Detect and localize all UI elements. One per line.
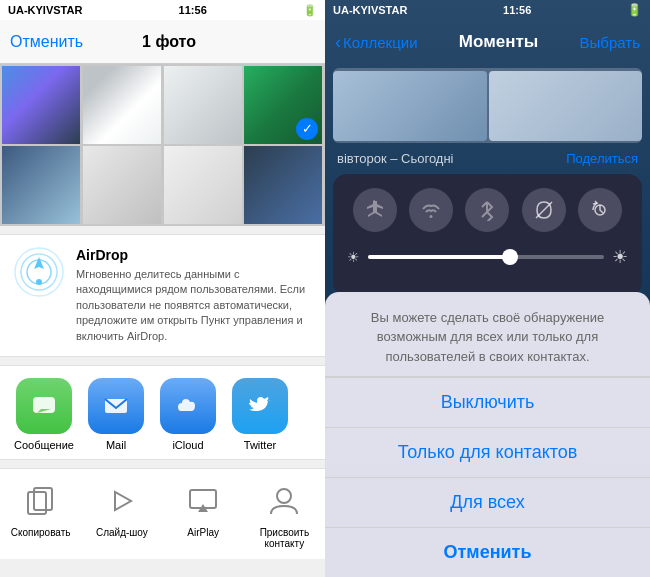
bluetooth-button[interactable]	[465, 188, 509, 232]
airdrop-icon	[14, 247, 64, 297]
svg-point-3	[36, 279, 42, 285]
icloud-label: iCloud	[172, 439, 203, 451]
date-text: вівторок – Сьогодні	[337, 151, 454, 166]
twitter-icon	[232, 378, 288, 434]
rotation-lock-button[interactable]	[578, 188, 622, 232]
share-app-icloud[interactable]: iCloud	[152, 378, 224, 451]
airdrop-section: AirDrop Мгновенно делитесь данными с нах…	[0, 234, 325, 357]
brightness-low-icon: ☀	[347, 249, 360, 265]
photo-cell-1[interactable]	[2, 66, 80, 144]
slideshow-label: Слайд-шоу	[96, 527, 148, 538]
svg-marker-8	[115, 492, 131, 510]
mail-icon	[88, 378, 144, 434]
photo-cell-5[interactable]	[2, 146, 80, 224]
airplay-icon	[181, 479, 225, 523]
airdrop-title: AirDrop	[76, 247, 311, 263]
svg-point-11	[277, 489, 291, 503]
message-label: Сообщение	[14, 439, 74, 451]
control-center: ☀ ☀	[333, 174, 642, 296]
actions-row: Скопировать Слайд-шоу AirPlay Присвоить …	[0, 468, 325, 559]
popup-btn-cancel[interactable]: Отменить	[325, 527, 650, 577]
left-panel: UA-KYIVSTAR 11:56 🔋 Отменить 1 фото	[0, 0, 325, 577]
airdrop-text: AirDrop Мгновенно делитесь данными с нах…	[76, 247, 311, 344]
cc-toggles-row	[347, 188, 628, 232]
share-app-mail[interactable]: Mail	[80, 378, 152, 451]
left-status-bar: UA-KYIVSTAR 11:56 🔋	[0, 0, 325, 20]
popup-btn-contacts[interactable]: Только для контактов	[325, 427, 650, 477]
right-nav-title: Моменты	[459, 32, 538, 52]
right-nav-bar: ‹ Коллекции Моменты Выбрать	[325, 20, 650, 64]
wifi-button[interactable]	[409, 188, 453, 232]
left-time: 11:56	[179, 4, 207, 16]
photo-count-title: 1 фото	[142, 33, 196, 51]
photo-cell-6[interactable]	[83, 146, 161, 224]
brightness-thumb	[502, 249, 518, 265]
share-app-twitter[interactable]: Twitter	[224, 378, 296, 451]
photo-cell-4[interactable]	[244, 66, 322, 144]
brightness-fill	[368, 255, 510, 259]
brightness-high-icon: ☀	[612, 246, 628, 268]
action-airplay[interactable]: AirPlay	[168, 479, 238, 549]
right-panel: UA-KYIVSTAR 11:56 🔋 ‹ Коллекции Моменты …	[325, 0, 650, 577]
popup-description: Вы можете сделать своё обнаружение возмо…	[325, 292, 650, 377]
twitter-label: Twitter	[244, 439, 276, 451]
brightness-slider[interactable]	[368, 255, 604, 259]
left-carrier: UA-KYIVSTAR	[8, 4, 82, 16]
dnd-button[interactable]	[522, 188, 566, 232]
airdrop-description: Мгновенно делитесь данными с находящимис…	[76, 267, 311, 344]
mail-label: Mail	[106, 439, 126, 451]
right-time: 11:56	[503, 4, 531, 16]
left-battery: 🔋	[303, 4, 317, 17]
right-content: UA-KYIVSTAR 11:56 🔋 ‹ Коллекции Моменты …	[325, 0, 650, 577]
message-icon	[16, 378, 72, 434]
share-app-message[interactable]: Сообщение	[8, 378, 80, 451]
photo-cell-3[interactable]	[164, 66, 242, 144]
photo-cell-8[interactable]	[244, 146, 322, 224]
action-contact[interactable]: Присвоить контакту	[249, 479, 319, 549]
back-chevron-icon: ‹	[335, 32, 341, 53]
select-button[interactable]: Выбрать	[580, 34, 640, 51]
right-battery: 🔋	[627, 3, 642, 17]
share-apps-row: Сообщение Mail iCloud Twitter	[0, 378, 325, 451]
left-nav-bar: Отменить 1 фото	[0, 20, 325, 64]
airplane-mode-button[interactable]	[353, 188, 397, 232]
popup-btn-off[interactable]: Выключить	[325, 377, 650, 427]
date-section: вівторок – Сьогодні Поделиться	[325, 147, 650, 170]
popup-btn-all[interactable]: Для всех	[325, 477, 650, 527]
brightness-row: ☀ ☀	[347, 246, 628, 268]
photo-cell-7[interactable]	[164, 146, 242, 224]
action-copy[interactable]: Скопировать	[6, 479, 76, 549]
preview-thumb-2	[489, 71, 643, 141]
contact-icon	[262, 479, 306, 523]
back-label: Коллекции	[343, 34, 418, 51]
icloud-icon	[160, 378, 216, 434]
cancel-button[interactable]: Отменить	[10, 33, 83, 51]
slideshow-icon	[100, 479, 144, 523]
photo-grid	[0, 64, 325, 226]
contact-label: Присвоить контакту	[249, 527, 319, 549]
airdrop-popup: Вы можете сделать своё обнаружение возмо…	[325, 292, 650, 578]
share-link[interactable]: Поделиться	[566, 151, 638, 166]
share-apps: Сообщение Mail iCloud Twitter	[0, 365, 325, 460]
action-slideshow[interactable]: Слайд-шоу	[87, 479, 157, 549]
right-status-bar: UA-KYIVSTAR 11:56 🔋	[325, 0, 650, 20]
copy-label: Скопировать	[11, 527, 71, 538]
photo-cell-2[interactable]	[83, 66, 161, 144]
back-button[interactable]: ‹ Коллекции	[335, 32, 418, 53]
preview-thumb-1	[333, 71, 487, 141]
copy-icon	[19, 479, 63, 523]
right-carrier: UA-KYIVSTAR	[333, 4, 407, 16]
photo-preview-area	[333, 68, 642, 143]
svg-point-0	[15, 248, 63, 296]
airplay-label: AirPlay	[187, 527, 219, 538]
